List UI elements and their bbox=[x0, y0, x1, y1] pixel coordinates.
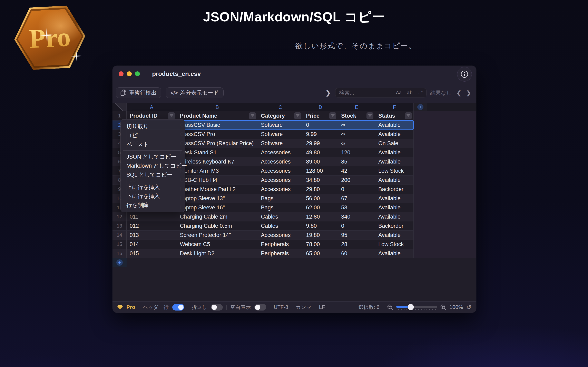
detect-duplicates-button[interactable]: 重複行検出 bbox=[116, 87, 161, 98]
table-cell-stock[interactable]: 42 bbox=[338, 166, 375, 175]
previous-match-chevron-icon[interactable]: ❮ bbox=[457, 90, 461, 96]
row-number[interactable]: 15 bbox=[112, 240, 127, 249]
table-cell-price[interactable]: 19.80 bbox=[303, 231, 338, 240]
table-cell-price[interactable]: 65.00 bbox=[303, 249, 338, 258]
table-cell-price[interactable]: 12.80 bbox=[303, 212, 338, 221]
table-cell-stock[interactable]: 0 bbox=[338, 185, 375, 194]
table-cell-id[interactable]: 015 bbox=[127, 249, 177, 258]
header-cell-F[interactable]: Status bbox=[375, 111, 414, 120]
table-cell-stock[interactable]: 0 bbox=[338, 221, 375, 231]
table-cell-stock[interactable]: 340 bbox=[338, 212, 375, 221]
zoom-slider[interactable] bbox=[396, 304, 437, 311]
table-cell-stock[interactable]: 60 bbox=[338, 249, 375, 258]
table-cell-stock[interactable]: 85 bbox=[338, 157, 375, 166]
filter-button[interactable] bbox=[294, 112, 301, 119]
zoom-out-icon[interactable] bbox=[387, 304, 393, 310]
table-cell-price[interactable]: 0 bbox=[303, 120, 338, 130]
row-number[interactable]: 12 bbox=[112, 212, 127, 221]
match-case-toggle[interactable]: Aa bbox=[396, 90, 402, 96]
select-all-corner[interactable] bbox=[112, 103, 127, 111]
table-cell-category[interactable]: Peripherals bbox=[258, 249, 303, 258]
table-cell-stock[interactable]: 200 bbox=[338, 175, 375, 185]
column-letter-C[interactable]: C bbox=[258, 103, 303, 111]
word-wrap-toggle[interactable] bbox=[211, 304, 223, 310]
table-cell-status[interactable]: Backorder bbox=[375, 221, 414, 231]
search-input[interactable]: 検索... Aa ab .* bbox=[335, 88, 426, 98]
encoding-label[interactable]: UTF-8 bbox=[274, 304, 288, 310]
table-cell-stock[interactable]: 95 bbox=[338, 231, 375, 240]
menu-item[interactable]: コピー bbox=[121, 131, 185, 140]
minimize-window-button[interactable] bbox=[127, 71, 132, 76]
match-word-toggle[interactable]: ab bbox=[407, 90, 413, 96]
add-row-button[interactable]: + bbox=[116, 259, 123, 266]
table-cell-name[interactable]: Desk Stand S1 bbox=[177, 148, 258, 157]
show-whitespace-toggle[interactable] bbox=[254, 304, 266, 310]
table-cell-name[interactable]: Desk Light D2 bbox=[177, 249, 258, 258]
menu-item[interactable]: Markdown としてコピー bbox=[121, 161, 185, 170]
table-cell-status[interactable]: Available bbox=[375, 203, 414, 212]
table-cell-name[interactable]: ClassCSV Basic bbox=[177, 120, 258, 130]
table-cell-id[interactable]: 014 bbox=[127, 240, 177, 249]
table-cell-name[interactable]: Charging Cable 2m bbox=[177, 212, 258, 221]
table-cell-stock[interactable]: ∞ bbox=[338, 130, 375, 139]
menu-item[interactable]: JSON としてコピー bbox=[121, 152, 185, 161]
table-cell-status[interactable]: Available bbox=[375, 175, 414, 185]
search-collapse-chevron-icon[interactable]: ❯ bbox=[326, 89, 331, 96]
row-number[interactable]: 14 bbox=[112, 231, 127, 240]
table-cell-stock[interactable]: ∞ bbox=[338, 139, 375, 148]
table-cell-category[interactable]: Accessories bbox=[258, 166, 303, 175]
table-cell-name[interactable]: Leather Mouse Pad L2 bbox=[177, 185, 258, 194]
table-cell-price[interactable]: 9.80 bbox=[303, 221, 338, 231]
table-cell-name[interactable]: Wireless Keyboard K7 bbox=[177, 157, 258, 166]
table-cell-status[interactable]: Low Stock bbox=[375, 166, 414, 175]
add-column-button[interactable]: + bbox=[417, 104, 424, 110]
column-letter-E[interactable]: E bbox=[338, 103, 375, 111]
table-cell-category[interactable]: Accessories bbox=[258, 175, 303, 185]
table-cell-status[interactable]: Available bbox=[375, 231, 414, 240]
info-button[interactable] bbox=[457, 67, 472, 82]
table-cell-price[interactable]: 49.80 bbox=[303, 148, 338, 157]
table-cell-category[interactable]: Bags bbox=[258, 203, 303, 212]
table-cell-category[interactable]: Cables bbox=[258, 212, 303, 221]
table-cell-name[interactable]: ClassCSV Pro (Regular Price) bbox=[177, 139, 258, 148]
menu-item[interactable]: 切り取り bbox=[121, 122, 185, 131]
table-cell-category[interactable]: Cables bbox=[258, 221, 303, 231]
table-cell-stock[interactable]: 53 bbox=[338, 203, 375, 212]
menu-item[interactable]: 下に行を挿入 bbox=[121, 192, 185, 201]
header-row-toggle[interactable] bbox=[172, 304, 184, 310]
header-cell-C[interactable]: Category bbox=[258, 111, 303, 120]
table-cell-name[interactable]: Webcam C5 bbox=[177, 240, 258, 249]
table-cell-stock[interactable]: 67 bbox=[338, 194, 375, 203]
close-window-button[interactable] bbox=[119, 71, 123, 76]
reset-zoom-icon[interactable]: ↺ bbox=[466, 304, 471, 311]
table-cell-category[interactable]: Bags bbox=[258, 194, 303, 203]
menu-item[interactable]: ペースト bbox=[121, 140, 185, 149]
table-cell-category[interactable]: Accessories bbox=[258, 157, 303, 166]
table-cell-stock[interactable]: 120 bbox=[338, 148, 375, 157]
table-cell-category[interactable]: Software bbox=[258, 130, 303, 139]
table-cell-stock[interactable]: ∞ bbox=[338, 120, 375, 130]
table-cell-category[interactable]: Accessories bbox=[258, 185, 303, 194]
zoom-window-button[interactable] bbox=[135, 71, 140, 76]
next-match-chevron-icon[interactable]: ❯ bbox=[466, 90, 471, 96]
filter-button[interactable] bbox=[168, 112, 175, 119]
table-cell-name[interactable]: Laptop Sleeve 16" bbox=[177, 203, 258, 212]
table-cell-status[interactable]: Available bbox=[375, 148, 414, 157]
column-letter-F[interactable]: F bbox=[375, 103, 414, 111]
header-cell-D[interactable]: Price bbox=[303, 111, 338, 120]
table-cell-price[interactable]: 56.00 bbox=[303, 194, 338, 203]
table-cell-price[interactable]: 29.99 bbox=[303, 139, 338, 148]
table-cell-id[interactable]: 011 bbox=[127, 212, 177, 221]
header-cell-B[interactable]: Product Name bbox=[177, 111, 258, 120]
column-letter-D[interactable]: D bbox=[303, 103, 338, 111]
table-cell-status[interactable]: On Sale bbox=[375, 139, 414, 148]
column-letter-A[interactable]: A bbox=[127, 103, 177, 111]
delimiter-label[interactable]: カンマ bbox=[296, 304, 311, 310]
filter-button[interactable] bbox=[366, 112, 373, 119]
table-cell-name[interactable]: Laptop Sleeve 13" bbox=[177, 194, 258, 203]
table-cell-price[interactable]: 128.00 bbox=[303, 166, 338, 175]
table-cell-id[interactable]: 013 bbox=[127, 231, 177, 240]
filter-button[interactable] bbox=[329, 112, 336, 119]
table-cell-name[interactable]: Screen Protector 14" bbox=[177, 231, 258, 240]
table-cell-status[interactable]: Backorder bbox=[375, 185, 414, 194]
